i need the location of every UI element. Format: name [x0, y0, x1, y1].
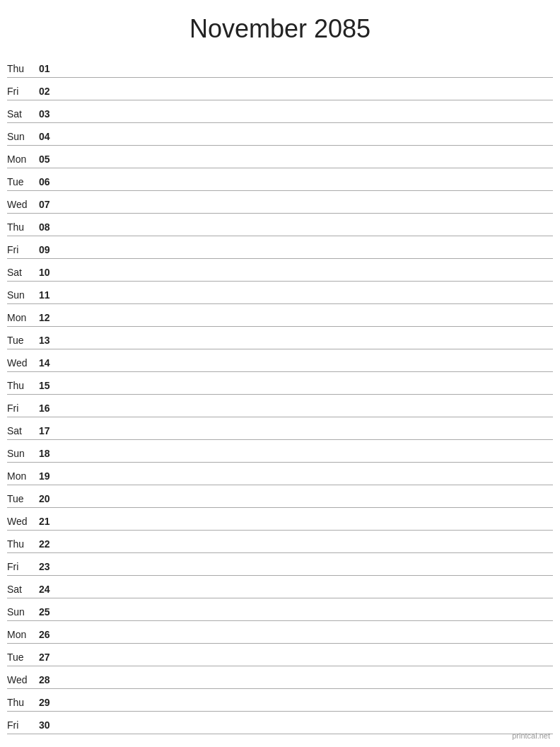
- day-number: 22: [39, 538, 60, 552]
- day-name: Fri: [7, 561, 39, 575]
- calendar-row: Tue13: [7, 327, 553, 349]
- day-number: 03: [39, 108, 60, 122]
- calendar-row: Fri16: [7, 395, 553, 417]
- calendar-row: Thu08: [7, 214, 553, 236]
- day-name: Sun: [7, 606, 39, 620]
- calendar-row: Mon19: [7, 463, 553, 485]
- day-number: 08: [39, 221, 60, 236]
- calendar-row: Thu29: [7, 689, 553, 712]
- day-number: 04: [39, 131, 60, 145]
- day-name: Mon: [7, 470, 39, 485]
- calendar-grid: Thu01Fri02Sat03Sun04Mon05Tue06Wed07Thu08…: [0, 55, 560, 734]
- day-number: 30: [39, 719, 60, 734]
- calendar-row: Sat10: [7, 259, 553, 282]
- calendar-row: Fri23: [7, 553, 553, 576]
- calendar-row: Fri02: [7, 78, 553, 100]
- calendar-row: Sat17: [7, 417, 553, 440]
- day-name: Sun: [7, 448, 39, 462]
- day-name: Wed: [7, 357, 39, 371]
- calendar-row: Sun25: [7, 598, 553, 621]
- day-name: Thu: [7, 538, 39, 552]
- day-number: 13: [39, 335, 60, 349]
- day-number: 21: [39, 516, 60, 530]
- calendar-row: Wed28: [7, 666, 553, 689]
- calendar-row: Mon12: [7, 304, 553, 327]
- day-name: Fri: [7, 719, 39, 734]
- calendar-row: Sat24: [7, 576, 553, 598]
- day-number: 15: [39, 380, 60, 394]
- day-number: 20: [39, 493, 60, 507]
- day-name: Thu: [7, 380, 39, 394]
- day-name: Mon: [7, 629, 39, 643]
- calendar-row: Sat03: [7, 100, 553, 123]
- day-number: 01: [39, 63, 60, 77]
- day-number: 26: [39, 629, 60, 643]
- day-name: Sun: [7, 289, 39, 303]
- day-number: 19: [39, 470, 60, 485]
- day-number: 14: [39, 357, 60, 371]
- day-number: 23: [39, 561, 60, 575]
- day-name: Fri: [7, 403, 39, 417]
- day-name: Thu: [7, 221, 39, 236]
- day-number: 09: [39, 244, 60, 258]
- page-title: November 2085: [0, 0, 560, 55]
- day-name: Sun: [7, 131, 39, 145]
- day-number: 17: [39, 425, 60, 439]
- day-name: Tue: [7, 652, 39, 666]
- calendar-row: Tue06: [7, 168, 553, 191]
- day-number: 05: [39, 154, 60, 168]
- day-name: Sat: [7, 425, 39, 439]
- day-name: Fri: [7, 86, 39, 100]
- day-number: 10: [39, 267, 60, 281]
- calendar-row: Wed14: [7, 349, 553, 372]
- day-name: Thu: [7, 697, 39, 711]
- day-number: 27: [39, 652, 60, 666]
- calendar-row: Thu22: [7, 531, 553, 553]
- calendar-row: Thu15: [7, 372, 553, 395]
- day-name: Mon: [7, 154, 39, 168]
- day-number: 28: [39, 674, 60, 688]
- day-number: 12: [39, 312, 60, 326]
- calendar-row: Sun11: [7, 282, 553, 304]
- calendar-row: Fri30: [7, 712, 553, 734]
- day-name: Sat: [7, 267, 39, 281]
- day-number: 11: [39, 289, 60, 303]
- calendar-row: Tue27: [7, 644, 553, 666]
- day-name: Tue: [7, 493, 39, 507]
- calendar-row: Mon26: [7, 621, 553, 644]
- day-name: Sat: [7, 584, 39, 598]
- day-name: Wed: [7, 674, 39, 688]
- day-number: 02: [39, 86, 60, 100]
- watermark: printcal.net: [512, 731, 550, 740]
- calendar-row: Fri09: [7, 236, 553, 259]
- day-name: Sat: [7, 108, 39, 122]
- day-name: Tue: [7, 176, 39, 190]
- calendar-row: Sun04: [7, 123, 553, 146]
- calendar-row: Tue20: [7, 485, 553, 508]
- day-name: Fri: [7, 244, 39, 258]
- day-number: 16: [39, 403, 60, 417]
- day-number: 29: [39, 697, 60, 711]
- day-number: 07: [39, 199, 60, 213]
- calendar-row: Wed07: [7, 191, 553, 214]
- calendar-row: Wed21: [7, 508, 553, 531]
- day-number: 25: [39, 606, 60, 620]
- day-name: Tue: [7, 335, 39, 349]
- day-name: Wed: [7, 516, 39, 530]
- day-name: Mon: [7, 312, 39, 326]
- calendar-row: Sun18: [7, 440, 553, 463]
- day-number: 24: [39, 584, 60, 598]
- calendar-row: Thu01: [7, 55, 553, 78]
- day-number: 18: [39, 448, 60, 462]
- day-number: 06: [39, 176, 60, 190]
- day-name: Thu: [7, 63, 39, 77]
- calendar-row: Mon05: [7, 146, 553, 168]
- day-name: Wed: [7, 199, 39, 213]
